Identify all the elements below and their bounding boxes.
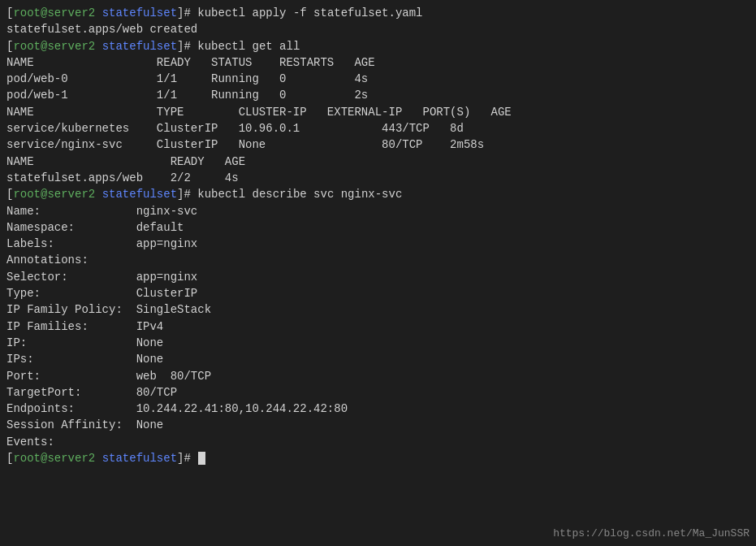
watermark: https://blog.csdn.net/Ma_JunSSR (553, 527, 750, 540)
prompt-dir: statefulset (102, 188, 177, 201)
prompt-space (95, 40, 102, 53)
terminal-line: [root@server2 statefulset]# kubectl get … (6, 38, 750, 54)
terminal-line: IPs: None (6, 351, 750, 367)
terminal-line: Namespace: default (6, 219, 750, 236)
terminal-line: pod/web-1 1/1 Running 0 2s (6, 87, 750, 103)
terminal-line: Events: (6, 434, 750, 450)
output-text: Name: nginx-svc (6, 205, 197, 218)
output-text: service/kubernetes ClusterIP 10.96.0.1 4… (6, 122, 464, 135)
terminal-line: Type: ClusterIP (6, 285, 750, 301)
prompt-user: root@server2 (13, 452, 95, 465)
terminal-line: Port: web 80/TCP (6, 368, 750, 384)
prompt-symbol: # (184, 6, 190, 20)
prompt-dir: statefulset (102, 452, 177, 465)
terminal-line: Selector: app=nginx (6, 269, 750, 285)
terminal: [root@server2 statefulset]# kubectl appl… (0, 0, 756, 546)
output-text: TargetPort: 80/TCP (6, 386, 177, 399)
terminal-line: NAME READY STATUS RESTARTS AGE (6, 54, 750, 71)
output-text: statefulset.apps/web 2/2 4s (6, 171, 239, 184)
terminal-line: [root@server2 statefulset]# kubectl desc… (6, 186, 750, 202)
output-text: NAME READY STATUS RESTARTS AGE (6, 56, 375, 69)
prompt-symbol: # (184, 40, 190, 53)
prompt-cmd: kubectl apply -f statefulset.yaml (191, 6, 423, 20)
prompt-dir: statefulset (102, 6, 177, 20)
prompt-space (95, 6, 102, 20)
terminal-line: IP: None (6, 335, 750, 351)
prompt-symbol: # (184, 452, 197, 465)
terminal-line: statefulset.apps/web created (6, 21, 750, 37)
terminal-line: Session Affinity: None (6, 417, 750, 433)
output-text: statefulset.apps/web created (6, 23, 197, 36)
terminal-line: [root@server2 statefulset]# kubectl appl… (6, 5, 750, 21)
output-text: pod/web-0 1/1 Running 0 4s (6, 72, 368, 85)
output-text: IP: None (6, 336, 163, 349)
terminal-line: Labels: app=nginx (6, 236, 750, 252)
prompt-symbol: # (184, 188, 190, 201)
output-text: Type: ClusterIP (6, 287, 197, 300)
terminal-line: pod/web-0 1/1 Running 0 4s (6, 71, 750, 87)
output-text: Annotations: (6, 254, 136, 266)
output-text: Labels: app=nginx (6, 237, 197, 250)
output-text: service/nginx-svc ClusterIP None 80/TCP … (6, 138, 484, 151)
output-text: Port: web 80/TCP (6, 370, 211, 383)
terminal-line: Endpoints: 10.244.22.41:80,10.244.22.42:… (6, 401, 750, 417)
terminal-line: Annotations: (6, 252, 750, 268)
output-text: Session Affinity: None (6, 418, 163, 431)
terminal-line: IP Families: IPv4 (6, 318, 750, 335)
output-text: Events: (6, 436, 136, 448)
terminal-line: IP Family Policy: SingleStack (6, 301, 750, 318)
output-text: NAME TYPE CLUSTER-IP EXTERNAL-IP PORT(S)… (6, 106, 512, 119)
prompt-cmd: kubectl get all (191, 40, 300, 53)
output-text: IPs: None (6, 353, 163, 366)
output-text: IP Family Policy: SingleStack (6, 303, 211, 316)
terminal-line: service/kubernetes ClusterIP 10.96.0.1 4… (6, 120, 750, 136)
prompt-user: root@server2 (13, 40, 95, 53)
cursor (198, 452, 205, 465)
terminal-line: Name: nginx-svc (6, 203, 750, 219)
output-text: NAME READY AGE (6, 155, 245, 168)
prompt-space (95, 188, 102, 201)
prompt-user: root@server2 (13, 6, 95, 20)
terminal-line: TargetPort: 80/TCP (6, 384, 750, 401)
prompt-dir: statefulset (102, 40, 177, 53)
prompt-user: root@server2 (13, 188, 95, 201)
output-text: IP Families: IPv4 (6, 320, 163, 333)
prompt-cmd: kubectl describe svc nginx-svc (191, 188, 402, 201)
output-text: pod/web-1 1/1 Running 0 2s (6, 89, 368, 102)
terminal-line: [root@server2 statefulset]# (6, 450, 750, 466)
prompt-space (95, 452, 102, 465)
output-text: Selector: app=nginx (6, 271, 197, 284)
terminal-line: statefulset.apps/web 2/2 4s (6, 170, 750, 186)
output-text: Endpoints: 10.244.22.41:80,10.244.22.42:… (6, 402, 348, 415)
terminal-line: NAME TYPE CLUSTER-IP EXTERNAL-IP PORT(S)… (6, 104, 750, 120)
terminal-line: service/nginx-svc ClusterIP None 80/TCP … (6, 136, 750, 153)
output-text: Namespace: default (6, 221, 184, 234)
terminal-line: NAME READY AGE (6, 154, 750, 170)
